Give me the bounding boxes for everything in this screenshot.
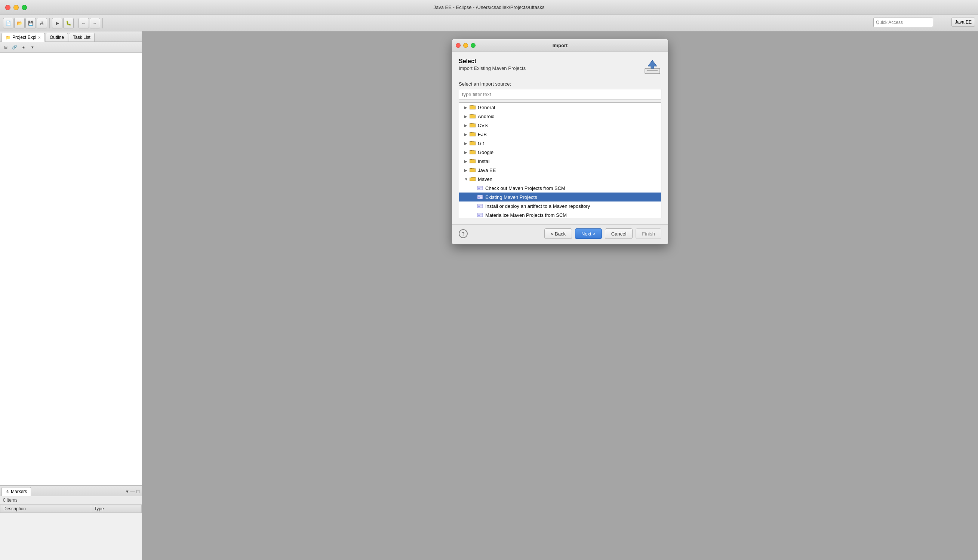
back-button[interactable]: < Back: [544, 228, 572, 239]
markers-table: Description Type: [0, 505, 142, 513]
tree-arrow-collapsed: ▶: [464, 150, 470, 154]
back-nav-button[interactable]: ←: [78, 18, 89, 28]
tree-item-maven-materialize[interactable]: Materialize Maven Projects from SCM: [459, 210, 661, 218]
dialog-close-button[interactable]: [456, 43, 461, 48]
type-column-header[interactable]: Type: [91, 505, 141, 513]
outline-tab[interactable]: Outline: [46, 33, 68, 42]
run-button[interactable]: ▶: [52, 18, 62, 28]
tree-item-google[interactable]: ▶ Google: [459, 148, 661, 157]
bottom-panel: ⚠ Markers ▾ — □ 0 items Description Type: [0, 485, 142, 560]
folder-icon: [470, 123, 476, 128]
print-button[interactable]: 🖨: [37, 18, 47, 28]
dialog-titlebar: Import: [452, 39, 668, 52]
project-explorer-content: [0, 53, 142, 485]
file-toolbar-group: 📄 📂 💾 🖨: [3, 18, 50, 28]
project-explorer-close-icon[interactable]: ✕: [38, 35, 41, 40]
tree-item-javaee[interactable]: ▶ Java EE: [459, 166, 661, 175]
tree-item-label: Maven: [478, 177, 492, 182]
filter-input[interactable]: [459, 89, 661, 100]
import-tree[interactable]: ▶ General▶ Android▶ CVS▶ EJB▶ Git▶ Googl…: [459, 102, 661, 218]
title-bar: Java EE - Eclipse - /Users/csadilek/Proj…: [0, 0, 978, 15]
outline-tab-label: Outline: [50, 35, 64, 40]
dialog-footer: ? < Back Next > Cancel Finish: [452, 224, 668, 244]
svg-marker-1: [648, 60, 657, 68]
tree-item-maven-install[interactable]: Install or deploy an artifact to a Maven…: [459, 202, 661, 210]
tree-item-install[interactable]: ▶ Install: [459, 157, 661, 166]
maven-item-icon: [477, 185, 484, 191]
new-project-button[interactable]: ◈: [20, 43, 28, 51]
tree-arrow-collapsed: ▶: [464, 123, 470, 127]
next-button[interactable]: Next >: [575, 228, 602, 239]
collapse-all-button[interactable]: ⊟: [2, 43, 10, 51]
cancel-button[interactable]: Cancel: [605, 228, 633, 239]
task-list-tab[interactable]: Task List: [69, 33, 95, 42]
new-button[interactable]: 📄: [3, 18, 13, 28]
tree-item-maven-existing[interactable]: Existing Maven Projects: [459, 193, 661, 202]
folder-icon: [470, 150, 476, 155]
forward-nav-button[interactable]: →: [90, 18, 100, 28]
items-count: 0 items: [0, 496, 142, 505]
dialog-subheading: Import Existing Maven Projects: [459, 65, 526, 71]
maximize-button[interactable]: [22, 5, 27, 10]
project-explorer-tab[interactable]: 📁 Project Expl ✕: [2, 33, 45, 42]
markers-tab[interactable]: ⚠ Markers: [2, 487, 31, 496]
bottom-panel-minimize-button[interactable]: —: [129, 488, 136, 495]
open-button[interactable]: 📂: [14, 18, 25, 28]
dialog-minimize-button[interactable]: [463, 43, 468, 48]
view-menu-button[interactable]: ▾: [28, 43, 37, 51]
quick-access-box[interactable]: Quick Access: [873, 18, 933, 27]
bottom-panel-menu-button[interactable]: ▾: [125, 488, 129, 495]
finish-button[interactable]: Finish: [636, 228, 661, 239]
tree-item-android[interactable]: ▶ Android: [459, 112, 661, 121]
project-explorer-tab-label: Project Expl: [12, 35, 36, 40]
tree-item-label: CVS: [478, 123, 488, 128]
minimize-button[interactable]: [13, 5, 19, 10]
run-toolbar-group: ▶ 🐛: [52, 18, 76, 28]
bottom-panel-maximize-button[interactable]: □: [136, 488, 140, 495]
description-column-header[interactable]: Description: [0, 505, 91, 513]
help-button[interactable]: ?: [459, 229, 468, 238]
dialog-header-text: Select Import Existing Maven Projects: [459, 58, 526, 71]
tree-arrow-collapsed: ▶: [464, 105, 470, 110]
tree-item-label: Existing Maven Projects: [485, 194, 537, 200]
folder-icon: [470, 140, 476, 146]
dialog-body: Select Import Existing Maven Projects Se…: [452, 52, 668, 224]
folder-icon: [470, 177, 476, 182]
svg-rect-11: [478, 206, 480, 207]
tree-arrow-collapsed: ▶: [464, 159, 470, 163]
save-button[interactable]: 💾: [25, 18, 36, 28]
dialog-maximize-button[interactable]: [471, 43, 476, 48]
java-ee-perspective-button[interactable]: Java EE: [951, 18, 975, 27]
folder-icon: [470, 113, 476, 119]
folder-icon: [470, 167, 476, 173]
close-button[interactable]: [5, 5, 10, 10]
maven-item-icon: [477, 212, 484, 218]
tree-item-label: Materialize Maven Projects from SCM: [485, 212, 567, 218]
tree-item-label: Install: [478, 158, 490, 164]
main-toolbar: 📄 📂 💾 🖨 ▶ 🐛 ← → Quick Access Java EE: [0, 15, 978, 32]
tree-item-label: Android: [478, 113, 495, 119]
tree-item-git[interactable]: ▶ Git: [459, 139, 661, 148]
import-dialog: Import Select Import Existing Maven Proj…: [452, 39, 668, 245]
svg-rect-8: [478, 197, 480, 198]
markers-tab-label: Markers: [11, 489, 27, 494]
java-ee-perspective-label: Java EE: [955, 20, 971, 25]
link-editor-button[interactable]: 🔗: [10, 43, 19, 51]
tree-arrow-collapsed: ▶: [464, 168, 470, 172]
tree-item-maven[interactable]: ▼ Maven: [459, 175, 661, 183]
tree-item-label: Install or deploy an artifact to a Maven…: [485, 203, 590, 209]
tree-item-ejb[interactable]: ▶ EJB: [459, 130, 661, 139]
tree-item-cvs[interactable]: ▶ CVS: [459, 121, 661, 130]
quick-access-label: Quick Access: [876, 20, 903, 25]
tree-item-label: EJB: [478, 132, 487, 137]
tree-arrow-collapsed: ▶: [464, 141, 470, 145]
tree-item-maven-checkout[interactable]: Check out Maven Projects from SCM: [459, 183, 661, 193]
svg-rect-14: [478, 215, 480, 216]
tree-item-label: General: [478, 105, 495, 110]
dialog-footer-buttons: < Back Next > Cancel Finish: [544, 228, 661, 239]
dialog-header: Select Import Existing Maven Projects: [459, 58, 661, 76]
tree-item-general[interactable]: ▶ General: [459, 103, 661, 112]
tree-arrow-expanded: ▼: [464, 177, 470, 181]
tree-item-label: Check out Maven Projects from SCM: [485, 185, 565, 191]
debug-button[interactable]: 🐛: [63, 18, 74, 28]
